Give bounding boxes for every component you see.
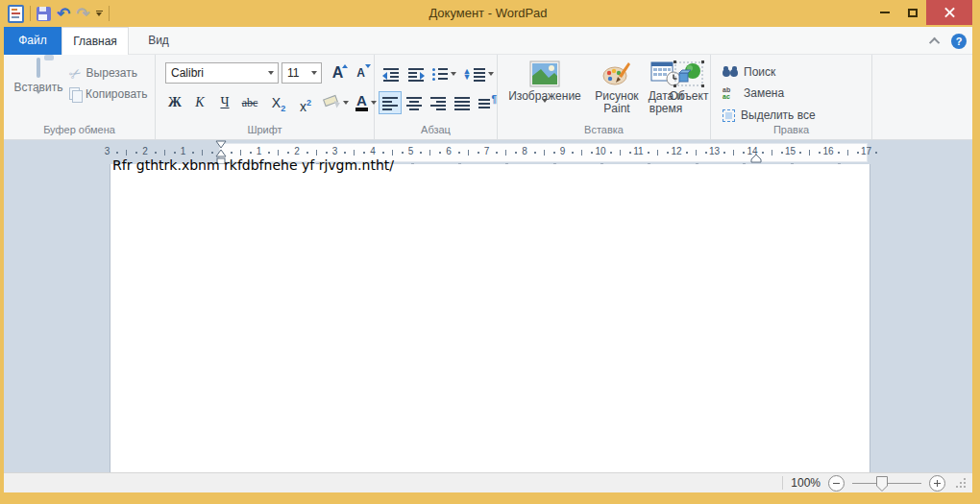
ribbon-tab-bar: Файл Главная Вид ? — [4, 27, 972, 55]
ruler-number: 1 — [257, 146, 262, 156]
chevron-down-icon[interactable] — [268, 71, 274, 75]
underline-button[interactable]: Ч — [213, 91, 236, 114]
chevron-down-icon[interactable] — [451, 72, 456, 76]
ruler-tick — [581, 150, 582, 156]
zoom-slider-thumb[interactable] — [876, 476, 888, 492]
bold-button[interactable]: Ж — [163, 91, 186, 114]
justify-icon — [454, 97, 470, 109]
ruler-number: 7 — [484, 146, 490, 156]
ruler-number: 3 — [105, 146, 110, 156]
paragraph-settings-button[interactable]: ¶ — [475, 91, 498, 114]
object-icon — [674, 60, 704, 87]
collapse-ribbon-icon[interactable] — [929, 36, 940, 47]
ruler-number: 9 — [560, 146, 566, 156]
ruler-tick — [733, 150, 734, 156]
ruler-tick — [772, 150, 772, 156]
help-icon[interactable]: ? — [951, 34, 967, 49]
align-center-button[interactable] — [403, 91, 426, 114]
strikethrough-button[interactable]: abc — [238, 91, 261, 114]
ruler-number: 2 — [294, 146, 300, 156]
zoom-in-button[interactable] — [929, 475, 945, 492]
ruler-tick — [354, 150, 355, 156]
ruler-number: 13 — [709, 146, 720, 156]
font-family-combobox[interactable]: Calibri — [165, 62, 279, 84]
font-color-icon: A — [355, 94, 368, 111]
group-editing: Поиск ab ac Замена Выделить все Правка — [711, 55, 872, 139]
find-button[interactable]: Поиск — [723, 63, 775, 81]
document-page[interactable] — [110, 164, 870, 472]
line-spacing-icon: ▲▼ — [470, 68, 485, 81]
grow-font-button[interactable]: A — [327, 62, 349, 84]
font-size-combobox[interactable]: 11 — [282, 62, 322, 84]
ruler-tick — [534, 152, 536, 154]
right-indent-marker[interactable] — [750, 154, 762, 163]
ruler-tick — [723, 152, 725, 154]
insert-image-button[interactable]: Изображение — [503, 59, 586, 133]
group-insert: Изображение Рисунок Paint — [498, 55, 711, 139]
tab-file[interactable]: Файл — [4, 27, 61, 55]
cut-button[interactable]: ✂ Вырезать — [69, 64, 137, 82]
line-spacing-button[interactable]: ▲▼ — [463, 62, 494, 85]
italic-button[interactable]: К — [188, 91, 211, 114]
superscript-button[interactable]: x2 — [294, 91, 317, 114]
ruler-number: 10 — [595, 146, 605, 156]
chevron-down-icon[interactable] — [311, 71, 317, 75]
ruler-number: 17 — [861, 146, 871, 156]
bullets-button[interactable] — [429, 62, 459, 85]
align-center-icon — [406, 97, 422, 109]
document-text[interactable]: Rfr gthtrk.xbnm rkfdbfnehe yf rjvgm.ntht… — [112, 157, 394, 173]
increase-indent-button[interactable] — [404, 62, 429, 85]
decrease-indent-button[interactable] — [379, 62, 404, 85]
replace-button[interactable]: ab ac Замена — [723, 84, 784, 102]
clipboard-icon — [37, 58, 40, 78]
titlebar: ↶ ↷ Документ - WordPad — [4, 0, 972, 27]
select-all-label: Выделить все — [741, 108, 816, 122]
ruler-tick — [610, 152, 612, 154]
shrink-font-letter: A — [356, 66, 365, 80]
group-font: Calibri 11 A A Ж К Ч abc X2 x2 — [156, 55, 375, 139]
window-controls — [870, 0, 972, 25]
ruler-tick — [809, 150, 810, 156]
ruler-tick — [420, 152, 422, 154]
zoom-slider[interactable] — [852, 475, 921, 492]
minimize-button[interactable] — [870, 0, 898, 25]
ruler-tick — [572, 152, 574, 154]
separator — [782, 476, 783, 490]
ruler-tick — [363, 152, 365, 154]
maximize-button[interactable] — [898, 0, 926, 25]
paste-dropdown-icon[interactable] — [36, 90, 41, 110]
ruler-tick — [231, 152, 233, 154]
chevron-down-icon[interactable] — [488, 72, 494, 76]
insert-object-button[interactable]: Объект — [667, 59, 711, 133]
chevron-down-icon[interactable] — [542, 99, 548, 119]
chevron-down-icon[interactable] — [343, 101, 349, 105]
close-icon — [944, 8, 955, 18]
paint-label: Рисунок Paint — [590, 90, 644, 115]
shrink-font-button[interactable]: A — [350, 62, 372, 84]
paint-drawing-button[interactable]: Рисунок Paint — [590, 59, 644, 133]
highlight-button[interactable] — [321, 91, 352, 114]
ruler-tick — [192, 152, 194, 154]
close-button[interactable] — [926, 0, 972, 25]
tab-home[interactable]: Главная — [61, 27, 129, 55]
select-all-button[interactable]: Выделить все — [723, 107, 816, 124]
ruler-tick — [278, 150, 279, 156]
justify-button[interactable] — [451, 91, 474, 114]
resize-grip-icon[interactable] — [957, 477, 968, 489]
ruler-tick — [686, 152, 688, 154]
object-label: Объект — [667, 90, 711, 103]
subscript-button[interactable]: X2 — [267, 91, 290, 114]
ruler-tick — [544, 150, 545, 156]
ruler-tick — [116, 152, 118, 154]
paste-button[interactable]: Вставить — [13, 60, 63, 132]
find-label: Поиск — [744, 65, 775, 79]
zoom-out-button[interactable] — [828, 475, 845, 492]
ruler-tick — [819, 152, 821, 154]
tab-view[interactable]: Вид — [129, 27, 188, 55]
align-right-button[interactable] — [427, 91, 450, 114]
ruler-tick — [429, 150, 430, 156]
align-left-button[interactable] — [379, 91, 402, 114]
copy-button[interactable]: Копировать — [69, 85, 148, 103]
ruler-tick — [620, 150, 621, 156]
ruler-number: 5 — [408, 146, 414, 156]
